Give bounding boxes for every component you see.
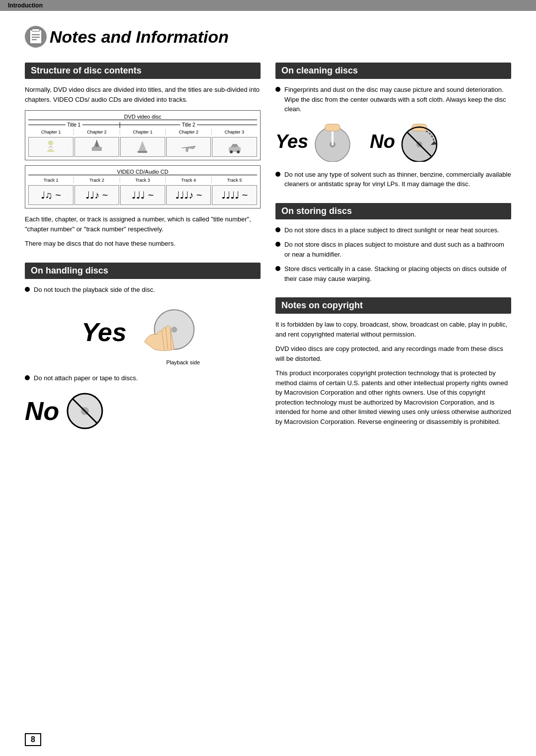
right-column: On cleaning discs Fingerprints and dust … xyxy=(275,63,511,445)
dvd-diagram: DVD video disc Title 1 xyxy=(25,110,261,208)
copyright-para3: This product incorporates copyright prot… xyxy=(275,368,511,426)
track-images-row: ♩♫ ~ ♩♩♪ ~ ♩♩♩ ~ ♩♩♩♪ ~ ♩♩♩♩ ~ xyxy=(28,185,257,205)
structure-header: Structure of disc contents xyxy=(25,63,261,79)
storing-bullet3: Store discs vertically in a case. Stacki… xyxy=(275,264,511,283)
svg-rect-0 xyxy=(30,30,42,44)
cleaning-section: On cleaning discs Fingerprints and dust … xyxy=(275,63,511,189)
copyright-section: Notes on copyright It is forbidden by la… xyxy=(275,297,511,426)
storing-header: On storing discs xyxy=(275,203,511,219)
copyright-header: Notes on copyright xyxy=(275,297,511,314)
page-title-section: Notes and Information xyxy=(25,26,511,48)
dvd-label: DVD video disc xyxy=(28,114,257,120)
dvd-video-section: DVD video disc Title 1 xyxy=(25,110,261,160)
page-title: Notes and Information xyxy=(50,27,229,47)
copyright-para2: DVD video discs are copy protected, and … xyxy=(275,344,511,363)
cleaning-yes-no: Yes No xyxy=(275,122,511,162)
vcd-section: VIDEO CD/Audio CD Track 1 Track 2 Track … xyxy=(25,165,261,208)
no-disc-icon xyxy=(65,391,105,431)
chapter-cell-1: Chapter 1 xyxy=(28,129,74,135)
hand-disc-icon xyxy=(134,302,204,362)
cleaning-no-icon xyxy=(397,122,442,162)
structure-paragraph2: Each title, chapter, or track is assigne… xyxy=(25,214,261,234)
tracks-row: Track 1 Track 2 Track 3 Track 4 Track 5 xyxy=(28,177,257,183)
track-2: Track 2 xyxy=(74,177,120,183)
dvd-img-3 xyxy=(120,137,165,157)
cleaning-yes-box: Yes xyxy=(275,122,355,162)
bullet-dot-c2 xyxy=(275,172,280,177)
chapter-cell-4: Chapter 2 xyxy=(166,129,211,135)
svg-point-15 xyxy=(171,327,177,333)
track-img-1: ♩♫ ~ xyxy=(28,185,73,205)
handling-no-container: No xyxy=(25,391,261,431)
bullet-dot-2 xyxy=(25,375,30,380)
storing-section: On storing discs Do not store discs in a… xyxy=(275,203,511,284)
track-1: Track 1 xyxy=(28,177,74,183)
structure-paragraph3: There may be discs that do not have thes… xyxy=(25,239,261,249)
chapter-cell-2: Chapter 2 xyxy=(74,129,120,135)
track-img-3: ♩♩♩ ~ xyxy=(120,185,165,205)
header-bar: Introduction xyxy=(0,0,536,11)
track-img-5: ♩♩♩♩ ~ xyxy=(212,185,257,205)
copyright-para1: It is forbidden by law to copy, broadcas… xyxy=(275,320,511,339)
cleaning-bullet2: Do not use any type of solvent such as t… xyxy=(275,170,511,189)
structure-section: Structure of disc contents Normally, DVD… xyxy=(25,63,261,249)
cleaning-yes-label: Yes xyxy=(275,131,308,152)
main-content: Structure of disc contents Normally, DVD… xyxy=(25,63,511,445)
structure-paragraph1: Normally, DVD video discs are divided in… xyxy=(25,85,261,104)
title1-label: Title 1 xyxy=(66,122,83,128)
svg-rect-26 xyxy=(325,124,340,131)
svg-rect-6 xyxy=(92,147,102,151)
track-3: Track 3 xyxy=(120,177,166,183)
storing-bullet1: Do not store discs in a place subject to… xyxy=(275,225,511,235)
cleaning-yes-icon xyxy=(310,122,355,162)
notes-icon xyxy=(27,28,45,46)
handling-section: On handling discs Do not touch the playb… xyxy=(25,263,261,431)
bullet-dot-s1 xyxy=(275,227,280,232)
dvd-img-4 xyxy=(166,137,211,157)
handling-bullet1: Do not touch the playback side of the di… xyxy=(25,285,261,295)
track-img-4: ♩♩♩♪ ~ xyxy=(166,185,211,205)
handling-header: On handling discs xyxy=(25,263,261,279)
chapter-cell-5: Chapter 3 xyxy=(212,129,257,135)
title-badge-icon xyxy=(25,26,47,48)
bullet-dot-s3 xyxy=(275,266,280,271)
bullet-dot xyxy=(25,287,30,292)
svg-marker-9 xyxy=(138,141,146,151)
page-number: 8 xyxy=(25,733,41,746)
cleaning-no-box: No xyxy=(370,122,442,162)
dvd-img-2 xyxy=(74,137,120,157)
title2-label: Title 2 xyxy=(180,122,198,128)
bullet-dot-s2 xyxy=(275,242,280,247)
track-4: Track 4 xyxy=(166,177,211,183)
dvd-img-5 xyxy=(212,137,257,157)
chapter-cell-3: Chapter 1 xyxy=(120,129,166,135)
cleaning-bullet1: Fingerprints and dust on the disc may ca… xyxy=(275,85,511,114)
track-img-2: ♩♩♪ ~ xyxy=(74,185,120,205)
handling-yes-container: Yes xyxy=(25,302,261,365)
handling-bullet2: Do not attach paper or tape to discs. xyxy=(25,373,261,383)
bullet-dot-c1 xyxy=(275,87,280,92)
handling-no-label: No xyxy=(25,396,59,426)
svg-rect-1 xyxy=(32,29,40,31)
cleaning-header: On cleaning discs xyxy=(275,63,511,79)
handling-yes-illustration: Playback side xyxy=(134,302,204,365)
svg-point-5 xyxy=(48,140,53,145)
left-column: Structure of disc contents Normally, DVD… xyxy=(25,63,261,445)
handling-yes-label: Yes xyxy=(81,317,127,347)
dvd-img-1 xyxy=(28,137,73,157)
cleaning-no-label: No xyxy=(370,131,395,152)
track-5: Track 5 xyxy=(212,177,257,183)
header-label: Introduction xyxy=(8,2,43,9)
chapters-row: Chapter 1 Chapter 2 Chapter 1 Chapter 2 … xyxy=(28,129,257,135)
dvd-images-row xyxy=(28,137,257,157)
svg-point-13 xyxy=(237,150,240,153)
vcd-label: VIDEO CD/Audio CD xyxy=(28,169,257,175)
svg-point-12 xyxy=(230,150,233,153)
storing-bullet2: Do not store discs in places subject to … xyxy=(275,240,511,259)
svg-rect-10 xyxy=(137,151,147,153)
